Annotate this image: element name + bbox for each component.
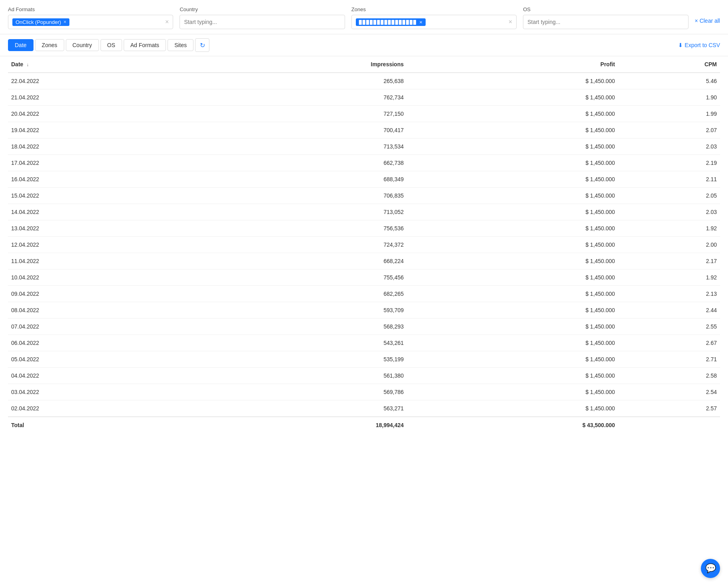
cell-profit: $ 1,450.000 [407,302,618,319]
ad-formats-input-wrapper[interactable]: OnClick (Popunder) × × [8,15,173,29]
zones-filter: Zones ████████████████ × × [351,6,517,29]
country-input-wrapper[interactable] [180,15,345,29]
cell-date: 07.04.2022 [8,319,194,335]
cell-date: 08.04.2022 [8,302,194,319]
tab-country[interactable]: Country [66,39,99,51]
zones-label: Zones [351,6,517,12]
cell-impressions: 682,265 [194,286,407,302]
cell-date: 02.04.2022 [8,400,194,417]
cell-cpm: 2.00 [618,237,720,253]
cell-profit: $ 1,450.000 [407,220,618,237]
tab-os[interactable]: OS [101,39,122,51]
table-row: 04.04.2022 561,380 $ 1,450.000 2.58 [8,368,720,384]
tab-sites[interactable]: Sites [168,39,193,51]
col-header-profit: Profit [407,56,618,73]
cell-date: 05.04.2022 [8,351,194,368]
table-row: 14.04.2022 713,052 $ 1,450.000 2.03 [8,204,720,220]
cell-date: 18.04.2022 [8,139,194,155]
ad-formats-label: Ad Formats [8,6,173,12]
col-header-date[interactable]: Date ↓ [8,56,194,73]
cell-profit: $ 1,450.000 [407,106,618,122]
cell-impressions: 713,052 [194,204,407,220]
ad-formats-clear[interactable]: × [165,19,169,25]
zones-input-wrapper[interactable]: ████████████████ × × [351,15,517,29]
cell-impressions: 568,293 [194,319,407,335]
data-table: Date ↓ Impressions Profit CPM 22.04.2022… [8,56,720,433]
cell-cpm: 2.07 [618,122,720,139]
table-row: 03.04.2022 569,786 $ 1,450.000 2.54 [8,384,720,400]
tab-zones[interactable]: Zones [35,39,64,51]
cell-date: 20.04.2022 [8,106,194,122]
table-row: 10.04.2022 755,456 $ 1,450.000 1.92 [8,269,720,286]
cell-date: 17.04.2022 [8,155,194,171]
tab-ad-formats[interactable]: Ad Formats [124,39,166,51]
cell-profit: $ 1,450.000 [407,319,618,335]
refresh-button[interactable]: ↻ [195,38,209,52]
cell-cpm: 1.92 [618,220,720,237]
table-row: 19.04.2022 700,417 $ 1,450.000 2.07 [8,122,720,139]
cell-date: 11.04.2022 [8,253,194,269]
cell-profit: $ 1,450.000 [407,171,618,188]
cell-cpm: 1.99 [618,106,720,122]
cell-cpm: 2.19 [618,155,720,171]
table-row: 07.04.2022 568,293 $ 1,450.000 2.55 [8,319,720,335]
cell-impressions: 706,835 [194,188,407,204]
country-input[interactable] [184,19,340,25]
ad-formats-filter: Ad Formats OnClick (Popunder) × × [8,6,173,29]
cell-cpm: 2.58 [618,368,720,384]
cell-date: 15.04.2022 [8,188,194,204]
cell-impressions: 727,150 [194,106,407,122]
cell-profit: $ 1,450.000 [407,400,618,417]
export-label: Export to CSV [685,42,720,48]
cell-date: 19.04.2022 [8,122,194,139]
cell-impressions: 713,534 [194,139,407,155]
os-label: OS [523,6,688,12]
filters-row: Ad Formats OnClick (Popunder) × × Countr… [0,0,728,34]
table-row: 08.04.2022 593,709 $ 1,450.000 2.44 [8,302,720,319]
cell-profit: $ 1,450.000 [407,73,618,89]
country-filter: Country [180,6,345,29]
zones-clear[interactable]: × [509,19,512,25]
data-table-container: Date ↓ Impressions Profit CPM 22.04.2022… [0,56,728,433]
cell-impressions: 688,349 [194,171,407,188]
cell-cpm: 2.71 [618,351,720,368]
cell-profit: $ 1,450.000 [407,204,618,220]
os-input-wrapper[interactable] [523,15,688,29]
clear-all-button[interactable]: × Clear all [695,6,720,24]
cell-impressions: 563,271 [194,400,407,417]
cell-profit: $ 1,450.000 [407,188,618,204]
cell-cpm: 2.55 [618,319,720,335]
cell-cpm: 2.54 [618,384,720,400]
export-icon: ⬇ [678,42,683,48]
cell-profit: $ 1,450.000 [407,253,618,269]
cell-impressions: 662,738 [194,155,407,171]
cell-impressions: 724,372 [194,237,407,253]
zones-tag: ████████████████ × [356,18,426,26]
table-row: 16.04.2022 688,349 $ 1,450.000 2.11 [8,171,720,188]
cell-cpm: 2.05 [618,188,720,204]
cell-impressions: 561,380 [194,368,407,384]
cell-cpm: 2.17 [618,253,720,269]
cell-profit: $ 1,450.000 [407,122,618,139]
country-label: Country [180,6,345,12]
ad-formats-tag-text: OnClick (Popunder) [16,19,61,25]
table-row: 18.04.2022 713,534 $ 1,450.000 2.03 [8,139,720,155]
tab-date[interactable]: Date [8,39,34,51]
ad-formats-tag-close[interactable]: × [63,20,66,24]
cell-profit: $ 1,450.000 [407,237,618,253]
footer-impressions: 18,994,424 [194,417,407,433]
cell-date: 16.04.2022 [8,171,194,188]
export-csv-button[interactable]: ⬇ Export to CSV [678,42,720,48]
cell-impressions: 593,709 [194,302,407,319]
table-row: 22.04.2022 265,638 $ 1,450.000 5.46 [8,73,720,89]
cell-impressions: 265,638 [194,73,407,89]
cell-date: 03.04.2022 [8,384,194,400]
table-footer-row: Total 18,994,424 $ 43,500.000 [8,417,720,433]
cell-profit: $ 1,450.000 [407,351,618,368]
cell-impressions: 569,786 [194,384,407,400]
cell-profit: $ 1,450.000 [407,139,618,155]
zones-tag-close[interactable]: × [419,19,422,25]
footer-cpm [618,417,720,433]
os-input[interactable] [527,19,684,25]
cell-cpm: 1.90 [618,89,720,106]
